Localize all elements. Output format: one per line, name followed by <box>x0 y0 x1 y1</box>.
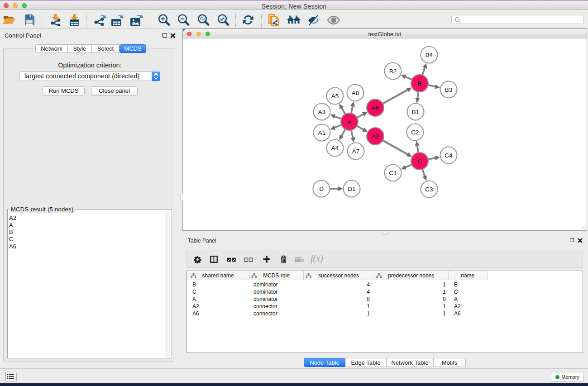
svg-text:C1: C1 <box>389 170 397 176</box>
svg-text:B4: B4 <box>425 52 433 58</box>
svg-text:C4: C4 <box>445 152 453 159</box>
svg-text:D1: D1 <box>348 186 355 192</box>
svg-text:B: B <box>417 80 421 87</box>
svg-text:B2: B2 <box>389 68 397 75</box>
svg-text:A6: A6 <box>372 105 379 111</box>
svg-text:C3: C3 <box>425 186 433 193</box>
svg-text:C: C <box>417 158 422 165</box>
svg-text:A1: A1 <box>318 129 326 136</box>
svg-text:A: A <box>347 119 351 125</box>
svg-text:A5: A5 <box>331 93 339 100</box>
svg-text:C2: C2 <box>411 129 419 136</box>
svg-text:A8: A8 <box>352 90 359 96</box>
svg-text:A7: A7 <box>352 148 360 155</box>
svg-text:B3: B3 <box>445 86 453 93</box>
svg-text:A2: A2 <box>372 133 379 140</box>
svg-text:D: D <box>319 186 324 192</box>
svg-text:A3: A3 <box>318 109 326 115</box>
svg-text:B1: B1 <box>412 109 420 115</box>
svg-text:A4: A4 <box>331 145 339 152</box>
